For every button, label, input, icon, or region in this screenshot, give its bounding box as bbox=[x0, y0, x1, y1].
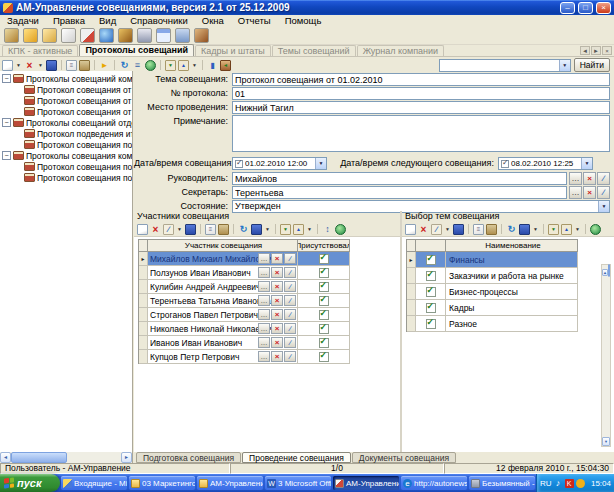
edit-icon[interactable]: ∕ bbox=[163, 224, 174, 235]
stage-tab-0[interactable]: Подготовка совещания bbox=[136, 452, 241, 463]
globe2-icon[interactable] bbox=[335, 224, 346, 235]
scroll-down-icon[interactable]: ▼ bbox=[602, 437, 610, 446]
present-checkbox[interactable] bbox=[319, 254, 329, 264]
edit-pencil-icon[interactable]: ∕ bbox=[284, 337, 296, 348]
refresh-icon[interactable]: ↻ bbox=[506, 224, 517, 235]
more-button[interactable]: … bbox=[258, 281, 270, 292]
arrow-icon[interactable]: ► bbox=[99, 60, 110, 71]
scroll-left-icon[interactable]: ◄ bbox=[0, 452, 11, 463]
more-button[interactable]: … bbox=[258, 309, 270, 320]
scroll-thumb[interactable] bbox=[608, 264, 610, 277]
place-input[interactable] bbox=[232, 101, 610, 114]
minimize-button[interactable]: – bbox=[560, 2, 575, 14]
clear-icon[interactable]: × bbox=[583, 172, 596, 185]
import-icon[interactable]: ▼ bbox=[548, 224, 559, 235]
taskbar-window-3[interactable]: W3 Microsoft Offi...▼ bbox=[265, 476, 331, 490]
participant-row[interactable]: Иванов Иван Иванович…×∕ bbox=[139, 336, 350, 350]
present-checkbox[interactable] bbox=[319, 324, 329, 334]
web-icon[interactable] bbox=[99, 28, 114, 43]
tree-item-1[interactable]: Протокол совещания от 01.02.2010 bbox=[0, 84, 132, 95]
export-icon[interactable]: ▲ bbox=[561, 224, 572, 235]
menu-item-5[interactable]: Отчеты bbox=[231, 15, 278, 27]
globe2-icon[interactable] bbox=[590, 224, 601, 235]
topic-row[interactable]: Заказчики и работа на рынке bbox=[407, 268, 578, 284]
clear-icon[interactable]: × bbox=[271, 323, 283, 334]
chevron-down-icon[interactable]: ▼ bbox=[581, 158, 592, 169]
meeting-date-checkbox[interactable] bbox=[235, 160, 243, 168]
present-checkbox[interactable] bbox=[319, 282, 329, 292]
dd-icon[interactable]: ▼ bbox=[37, 60, 44, 71]
export-icon[interactable]: ▲ bbox=[293, 224, 304, 235]
clear-icon[interactable]: × bbox=[271, 295, 283, 306]
tree-item-9[interactable]: Протокол совещания по обкатке паро bbox=[0, 172, 132, 183]
leader-input[interactable] bbox=[232, 172, 567, 185]
dd-icon[interactable]: ▼ bbox=[306, 224, 313, 235]
dd-icon[interactable]: ▼ bbox=[264, 224, 271, 235]
meeting-date-field[interactable]: 01.02.2010 12:00 ▼ bbox=[232, 157, 327, 170]
edit-pencil-icon[interactable]: ∕ bbox=[284, 323, 296, 334]
new-icon[interactable] bbox=[137, 224, 148, 235]
present-checkbox[interactable] bbox=[319, 310, 329, 320]
note-textarea[interactable] bbox=[232, 115, 610, 152]
tab-4[interactable]: Журнал компании bbox=[357, 45, 444, 56]
edit-pencil-icon[interactable]: ∕ bbox=[284, 351, 296, 362]
dd-icon[interactable]: ▼ bbox=[191, 60, 198, 71]
more-button[interactable]: … bbox=[258, 295, 270, 306]
find-button[interactable]: Найти bbox=[574, 58, 610, 72]
scroll-right-icon[interactable]: ► bbox=[121, 452, 132, 463]
participant-row[interactable]: Ползунов Иван Иванович…×∕ bbox=[139, 266, 350, 280]
clear-icon[interactable]: × bbox=[583, 186, 596, 199]
topic-row[interactable]: Разное bbox=[407, 316, 578, 332]
more-button[interactable]: … bbox=[258, 267, 270, 278]
nav-next-icon[interactable]: ► bbox=[591, 46, 601, 55]
new-icon[interactable] bbox=[405, 224, 416, 235]
save-icon[interactable] bbox=[251, 224, 262, 235]
stage-tab-2[interactable]: Документы совещания bbox=[352, 452, 456, 463]
edit-pencil-icon[interactable]: ∕ bbox=[597, 186, 610, 199]
more-button[interactable]: … bbox=[569, 186, 582, 199]
secretary-input[interactable] bbox=[232, 186, 567, 199]
tree-item-6[interactable]: Протокол совещания по планированию bbox=[0, 139, 132, 150]
topic-row[interactable]: ►Финансы bbox=[407, 252, 578, 268]
exit-icon[interactable] bbox=[194, 28, 209, 43]
tools-icon[interactable] bbox=[118, 28, 133, 43]
window-icon[interactable] bbox=[156, 28, 171, 43]
tree-item-5[interactable]: Протокол подведения итогов за 2009 bbox=[0, 128, 132, 139]
edit-pencil-icon[interactable]: ∕ bbox=[597, 172, 610, 185]
present-checkbox[interactable] bbox=[319, 268, 329, 278]
more-button[interactable]: … bbox=[569, 172, 582, 185]
participant-row[interactable]: ►Михайлов Михаил Михайлович…×∕ bbox=[139, 252, 350, 266]
topic-row[interactable]: Бизнес-процессы bbox=[407, 284, 578, 300]
dd-icon[interactable]: ▼ bbox=[574, 224, 581, 235]
edit-pencil-icon[interactable]: ∕ bbox=[284, 281, 296, 292]
close-button[interactable]: × bbox=[596, 2, 611, 14]
next-meeting-date-checkbox[interactable] bbox=[501, 160, 509, 168]
antivirus-icon[interactable]: K bbox=[565, 479, 574, 488]
doc-icon[interactable] bbox=[61, 28, 76, 43]
topic-checkbox[interactable] bbox=[426, 287, 436, 297]
cal-icon[interactable] bbox=[80, 28, 95, 43]
tree-item-4[interactable]: −Протоколы совещаний отдела УУУУ за 20 bbox=[0, 117, 132, 128]
dd-icon[interactable]: ▼ bbox=[176, 224, 183, 235]
globe2-icon[interactable] bbox=[145, 60, 156, 71]
clear-icon[interactable]: × bbox=[271, 281, 283, 292]
topic-checkbox[interactable] bbox=[426, 303, 436, 313]
journal-icon[interactable] bbox=[4, 28, 19, 43]
save-icon[interactable] bbox=[46, 60, 57, 71]
save-icon[interactable] bbox=[453, 224, 464, 235]
card-icon[interactable] bbox=[175, 28, 190, 43]
topic-checkbox[interactable] bbox=[426, 271, 436, 281]
menu-item-2[interactable]: Вид bbox=[92, 15, 123, 27]
taskadd-icon[interactable] bbox=[23, 28, 38, 43]
import-icon[interactable]: ▼ bbox=[280, 224, 291, 235]
messenger-icon[interactable] bbox=[576, 479, 585, 488]
nav-prev-icon[interactable]: ◄ bbox=[580, 46, 590, 55]
more-button[interactable]: … bbox=[258, 351, 270, 362]
tab-1[interactable]: Протоколы совещаний bbox=[79, 44, 194, 56]
save-icon[interactable] bbox=[185, 224, 196, 235]
clear-icon[interactable]: × bbox=[271, 309, 283, 320]
taskbar-window-1[interactable]: 03 Маркетингов... bbox=[129, 476, 195, 490]
nav-close-icon[interactable]: × bbox=[602, 46, 612, 55]
topic-checkbox[interactable] bbox=[426, 319, 436, 329]
import-icon[interactable]: ▼ bbox=[165, 60, 176, 71]
